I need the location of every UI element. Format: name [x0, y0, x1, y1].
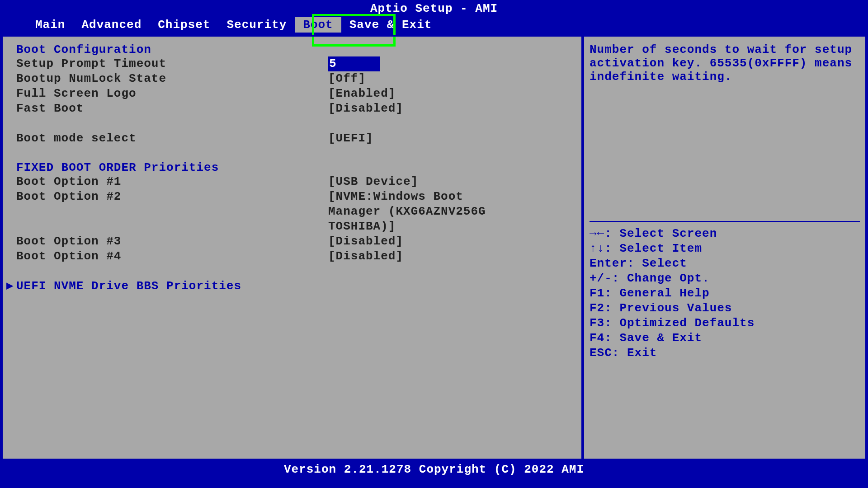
nav-f3: F3: Optimized Defaults: [590, 316, 860, 331]
submenu-uefi-nvme[interactable]: ▶ UEFI NVME Drive BBS Priorities: [16, 279, 568, 294]
help-divider: [590, 221, 860, 222]
opt1-label: Boot Option #1: [16, 174, 328, 189]
main-area: Boot Configuration Setup Prompt Timeout …: [0, 35, 868, 460]
tab-advanced[interactable]: Advanced: [73, 17, 150, 33]
row-numlock[interactable]: Bootup NumLock State [Off]: [16, 71, 568, 86]
row-fast-boot[interactable]: Fast Boot [Disabled]: [16, 101, 568, 116]
nav-change: +/-: Change Opt.: [590, 271, 860, 286]
tab-chipset[interactable]: Chipset: [150, 17, 218, 33]
fullscreen-value[interactable]: [Enabled]: [328, 86, 568, 101]
row-fullscreen-logo[interactable]: Full Screen Logo [Enabled]: [16, 86, 568, 101]
opt3-value[interactable]: [Disabled]: [328, 234, 568, 249]
row-boot-option-3[interactable]: Boot Option #3 [Disabled]: [16, 234, 568, 249]
opt2-value[interactable]: [NVME:Windows Boot Manager (KXG6AZNV256G…: [328, 189, 509, 234]
menu-bar: Main Advanced Chipset Security Boot Save…: [0, 16, 868, 35]
section-boot-config: Boot Configuration: [16, 43, 568, 56]
tab-main[interactable]: Main: [27, 17, 73, 33]
opt4-label: Boot Option #4: [16, 249, 328, 264]
tab-boot[interactable]: Boot: [295, 17, 341, 33]
nav-esc: ESC: Exit: [590, 346, 860, 361]
opt3-label: Boot Option #3: [16, 234, 328, 249]
fullscreen-label: Full Screen Logo: [16, 86, 328, 101]
numlock-value[interactable]: [Off]: [328, 71, 568, 86]
nav-select-item: ↑↓: Select Item: [590, 241, 860, 256]
row-boot-mode[interactable]: Boot mode select [UEFI]: [16, 131, 568, 146]
settings-panel: Boot Configuration Setup Prompt Timeout …: [3, 35, 583, 460]
window-title: Aptio Setup - AMI: [0, 0, 868, 16]
fastboot-label: Fast Boot: [16, 101, 328, 116]
row-setup-prompt-timeout[interactable]: Setup Prompt Timeout 5: [16, 56, 568, 71]
opt2-label: Boot Option #2: [16, 189, 328, 204]
help-description: Number of seconds to wait for setup acti…: [590, 43, 860, 219]
fastboot-value[interactable]: [Disabled]: [328, 101, 568, 116]
help-nav: →←: Select Screen ↑↓: Select Item Enter:…: [590, 226, 860, 452]
submenu-arrow-icon: ▶: [6, 279, 14, 294]
bootmode-value[interactable]: [UEFI]: [328, 131, 568, 146]
numlock-label: Bootup NumLock State: [16, 71, 328, 86]
nav-enter: Enter: Select: [590, 256, 860, 271]
opt1-value[interactable]: [USB Device]: [328, 174, 568, 189]
setup-prompt-label: Setup Prompt Timeout: [16, 56, 328, 71]
nav-f1: F1: General Help: [590, 286, 860, 301]
nav-select-screen: →←: Select Screen: [590, 226, 860, 241]
opt4-value[interactable]: [Disabled]: [328, 249, 568, 264]
row-boot-option-1[interactable]: Boot Option #1 [USB Device]: [16, 174, 568, 189]
bootmode-label: Boot mode select: [16, 131, 328, 146]
tab-save-exit[interactable]: Save & Exit: [341, 17, 440, 33]
setup-prompt-value[interactable]: 5: [328, 56, 568, 71]
row-boot-option-2[interactable]: Boot Option #2 [NVME:Windows Boot Manage…: [16, 189, 568, 234]
tab-security[interactable]: Security: [218, 17, 295, 33]
section-boot-priorities: FIXED BOOT ORDER Priorities: [16, 161, 568, 174]
nav-f4: F4: Save & Exit: [590, 331, 860, 346]
footer-version: Version 2.21.1278 Copyright (C) 2022 AMI: [0, 460, 868, 479]
row-boot-option-4[interactable]: Boot Option #4 [Disabled]: [16, 249, 568, 264]
nav-f2: F2: Previous Values: [590, 301, 860, 316]
help-panel: Number of seconds to wait for setup acti…: [583, 35, 865, 460]
submenu-label: UEFI NVME Drive BBS Priorities: [16, 279, 241, 293]
